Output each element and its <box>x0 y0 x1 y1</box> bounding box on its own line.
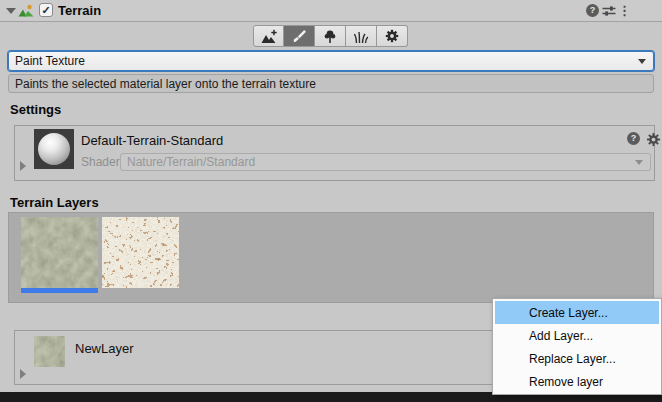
gear-icon <box>384 29 400 44</box>
mountain-plus-icon <box>261 29 277 44</box>
menu-item-remove-layer[interactable]: Remove layer <box>495 370 659 393</box>
tool-description-text: Paints the selected material layer onto … <box>9 77 316 91</box>
shader-dropdown-value: Nature/Terrain/Standard <box>121 155 635 169</box>
tool-paint-details-button[interactable] <box>346 25 377 47</box>
material-sphere-thumbnail <box>38 133 70 165</box>
material-editor-box: Default-Terrain-Standard Shader Nature/T… <box>14 125 655 181</box>
presets-icon[interactable] <box>602 5 616 17</box>
shader-dropdown[interactable]: Nature/Terrain/Standard <box>120 153 651 171</box>
foldout-expand-icon[interactable] <box>6 8 16 14</box>
shader-label: Shader <box>81 155 120 169</box>
terrain-inspector: ✓ Terrain ? ⋮ <box>0 0 662 402</box>
chevron-down-icon <box>635 160 643 165</box>
layer-context-menu: Create Layer... Add Layer... Replace Lay… <box>492 298 662 395</box>
menu-item-create-layer[interactable]: Create Layer... <box>495 301 659 324</box>
tree-icon <box>322 29 338 44</box>
terrain-layers-heading: Terrain Layers <box>10 195 99 210</box>
material-name: Default-Terrain-Standard <box>81 133 223 148</box>
kebab-menu-icon[interactable]: ⋮ <box>618 4 631 17</box>
component-enabled-checkbox[interactable]: ✓ <box>39 3 53 17</box>
paint-tool-dropdown[interactable]: Paint Texture <box>8 51 654 71</box>
tool-create-neighbor-terrains-button[interactable] <box>253 25 284 47</box>
selected-layer-underline <box>21 288 98 293</box>
paintbrush-icon <box>291 29 307 44</box>
menu-item-add-layer[interactable]: Add Layer... <box>495 324 659 347</box>
terrain-layer-thumbnail-grass[interactable] <box>21 217 98 288</box>
material-help-icon[interactable]: ? <box>627 132 640 145</box>
new-layer-thumbnail[interactable] <box>34 336 65 367</box>
terrain-component-icon <box>18 3 34 19</box>
terrain-tool-toolbar <box>253 25 408 47</box>
chevron-down-icon <box>638 59 646 64</box>
menu-item-replace-layer[interactable]: Replace Layer... <box>495 347 659 370</box>
component-header: ✓ Terrain ? ⋮ <box>0 0 662 22</box>
material-gear-icon[interactable] <box>646 132 661 147</box>
terrain-layer-grid[interactable] <box>8 212 654 303</box>
tool-paint-terrain-button[interactable] <box>284 25 315 47</box>
paint-tool-dropdown-value: Paint Texture <box>9 54 638 68</box>
tool-terrain-settings-button[interactable] <box>377 25 408 47</box>
grass-icon <box>353 29 369 44</box>
new-layer-foldout-icon[interactable] <box>20 369 26 379</box>
checkmark-icon: ✓ <box>41 5 50 16</box>
new-layer-name: NewLayer <box>75 341 134 356</box>
tool-paint-trees-button[interactable] <box>315 25 346 47</box>
component-title: Terrain <box>58 3 101 18</box>
material-preview[interactable] <box>34 129 74 169</box>
material-foldout-icon[interactable] <box>20 161 26 171</box>
terrain-layer-thumbnail-speckled[interactable] <box>102 217 179 288</box>
settings-heading: Settings <box>10 102 61 117</box>
tool-description-box: Paints the selected material layer onto … <box>8 74 654 93</box>
help-icon[interactable]: ? <box>586 4 599 17</box>
